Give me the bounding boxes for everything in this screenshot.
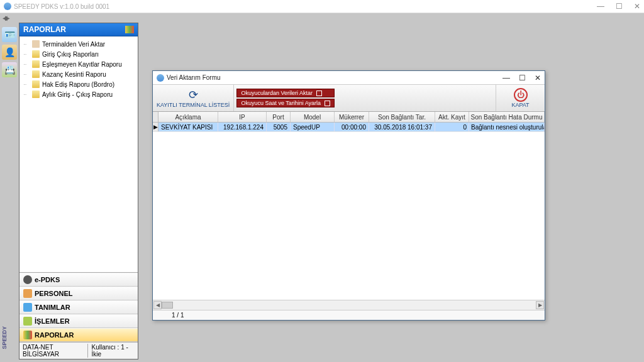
cat-label: PERSONEL	[35, 290, 73, 297]
row-indicator-icon: ▶	[153, 123, 158, 131]
cat-epdks[interactable]: e-PDKS	[19, 273, 138, 287]
veri-aktarim-dialog: Veri Aktarım Formu — ☐ ✕ ⟳ KAYITLI TERMİ…	[152, 70, 545, 321]
maximize-button[interactable]: ☐	[616, 2, 623, 11]
vbar-icon-3[interactable]: 📇	[2, 62, 17, 77]
islemler-icon	[23, 317, 32, 326]
cell-son: 30.05.2018 16:01:37	[369, 123, 435, 131]
grid-empty-area	[153, 132, 545, 300]
cell-mukerrer: 00:00:00	[335, 123, 369, 131]
cell-port: 5005	[267, 123, 291, 131]
main-titlebar: SPEEDY PDKS v:1.0.0 build 0001 — ☐ ✕	[0, 0, 644, 13]
speedy-logo-text: SPEEDY	[1, 326, 8, 349]
sidebar-header-title: RAPORLAR	[23, 25, 66, 34]
red-actions: Okuyuculardan Verileri Aktar Okuyucu Saa…	[234, 85, 337, 111]
refresh-icon: ⟳	[189, 88, 198, 102]
vbar-icon-2[interactable]: 👤	[2, 45, 17, 60]
report-tree: Terminalden Veri Aktar Giriş Çıkış Rapor…	[19, 36, 138, 272]
terminal-list-button[interactable]: ⟳ KAYITLI TERMİNAL LİSTESİ	[153, 85, 234, 111]
cat-label: e-PDKS	[35, 276, 60, 283]
ayarla-saat-button[interactable]: Okuyucu Saat ve Tarihini Ayarla	[236, 99, 335, 107]
dialog-toolbar: ⟳ KAYITLI TERMİNAL LİSTESİ Okuyuculardan…	[153, 85, 545, 112]
report-icon	[32, 70, 40, 78]
dialog-minimize-button[interactable]: —	[502, 74, 510, 82]
tree-label: Kazanç Kesinti Raporu	[42, 71, 106, 78]
col-port[interactable]: Port	[267, 112, 291, 122]
dialog-maximize-button[interactable]: ☐	[519, 74, 526, 82]
tree-label: Giriş Çıkış Raporları	[42, 51, 99, 58]
cell-ip: 192.168.1.224	[218, 123, 267, 131]
personel-icon	[23, 289, 32, 298]
scroll-thumb[interactable]	[162, 302, 173, 309]
tree-item-kazanc[interactable]: Kazanç Kesinti Raporu	[21, 69, 136, 79]
cat-label: RAPORLAR	[35, 331, 74, 339]
cell-hata: Bağlantı nesnesi oluşturulamadı.	[469, 123, 545, 131]
aktar-verileri-button[interactable]: Okuyuculardan Verileri Aktar	[236, 89, 335, 97]
raporlar-icon	[23, 331, 32, 339]
vbar-icon-1[interactable]: 🪪	[2, 27, 17, 42]
tree-item-terminal-aktar[interactable]: Terminalden Veri Aktar	[21, 39, 136, 49]
cell-akt: 0	[435, 123, 469, 131]
tree-item-giris-cikis[interactable]: Giriş Çıkış Raporları	[21, 49, 136, 59]
epdks-icon	[23, 275, 32, 284]
dialog-window-controls: — ☐ ✕	[502, 74, 541, 82]
sidebar-panel: RAPORLAR Terminalden Veri Aktar Giriş Çı…	[19, 23, 138, 359]
scroll-right-icon[interactable]: ▶	[536, 301, 544, 309]
cat-tanimlar[interactable]: TANIMLAR	[19, 300, 138, 314]
report-icon	[32, 50, 40, 58]
cat-islemler[interactable]: İŞLEMLER	[19, 314, 138, 328]
tree-item-hakedis[interactable]: Hak Ediş Raporu (Bordro)	[21, 79, 136, 89]
col-akt-kayit[interactable]: Akt. Kayıt	[435, 112, 469, 122]
dialog-titlebar[interactable]: Veri Aktarım Formu — ☐ ✕	[153, 71, 545, 85]
horizontal-scrollbar[interactable]: ◀ ▶	[153, 300, 545, 310]
power-icon: ⏻	[514, 88, 528, 102]
tree-label: Aylık Giriş - Çıkış Raporu	[42, 91, 113, 98]
sidebar-categories: e-PDKS PERSONEL TANIMLAR İŞLEMLER RAPORL…	[19, 272, 138, 342]
col-mukerrer[interactable]: Mükerrer	[335, 112, 369, 122]
col-son-baglanti[interactable]: Son Bağlantı Tar.	[369, 112, 435, 122]
dialog-close-button[interactable]: ✕	[535, 74, 541, 82]
dialog-title: Veri Aktarım Formu	[167, 74, 221, 81]
vertical-icon-bar: ◀▶ 🪪 👤 📇	[0, 13, 19, 362]
kapat-button[interactable]: ⏻ KAPAT	[496, 85, 545, 111]
col-model[interactable]: Model	[291, 112, 335, 122]
reports-chart-icon	[125, 26, 134, 33]
tree-label: Terminalden Veri Aktar	[42, 41, 105, 48]
grid-row[interactable]: ▶ SEVKİYAT KAPISI 192.168.1.224 5005 Spe…	[153, 123, 545, 132]
dialog-logo-icon	[157, 74, 164, 82]
checkbox-icon[interactable]	[316, 90, 322, 96]
terminal-list-label: KAYITLI TERMİNAL LİSTESİ	[157, 102, 230, 108]
tree-item-eslesmeyen[interactable]: Eşleşmeyen Kayıtlar Raporu	[21, 59, 136, 69]
col-hata[interactable]: Son Bağlantı Hata Durmu	[469, 112, 545, 122]
minimize-button[interactable]: —	[597, 2, 604, 11]
tanimlar-icon	[23, 303, 32, 312]
red-label: Okuyuculardan Verileri Aktar	[241, 90, 313, 96]
close-button[interactable]: ✕	[634, 2, 640, 11]
main-window-controls: — ☐ ✕	[597, 2, 640, 11]
cat-label: TANIMLAR	[35, 304, 70, 311]
row-selector-head	[153, 112, 158, 122]
tree-label: Hak Ediş Raporu (Bordro)	[42, 81, 114, 88]
terminal-grid: Açıklama IP Port Model Mükerrer Son Bağl…	[153, 112, 545, 320]
col-aciklama[interactable]: Açıklama	[158, 112, 218, 122]
app-logo-icon	[4, 3, 11, 10]
scroll-left-icon[interactable]: ◀	[153, 301, 162, 309]
checkbox-icon[interactable]	[325, 101, 330, 106]
col-ip[interactable]: IP	[218, 112, 267, 122]
tree-label: Eşleşmeyen Kayıtlar Raporu	[42, 61, 122, 68]
nav-arrows-icon[interactable]: ◀▶	[3, 14, 8, 21]
folder-icon	[32, 40, 40, 48]
cat-raporlar[interactable]: RAPORLAR	[19, 328, 138, 342]
tree-item-aylik[interactable]: Aylık Giriş - Çıkış Raporu	[21, 89, 136, 99]
cat-personel[interactable]: PERSONEL	[19, 287, 138, 300]
grid-pager: 1 / 1	[153, 310, 545, 320]
report-icon	[32, 60, 40, 68]
grid-header: Açıklama IP Port Model Mükerrer Son Bağl…	[153, 112, 545, 123]
status-host: DATA-NET BİLGİSAYAR	[23, 344, 84, 358]
cat-label: İŞLEMLER	[35, 317, 70, 325]
red-label: Okuyucu Saat ve Tarihini Ayarla	[241, 100, 321, 106]
cell-model: SpeedUP	[291, 123, 335, 131]
cell-aciklama: SEVKİYAT KAPISI	[158, 123, 218, 131]
app-title: SPEEDY PDKS v:1.0.0 build 0001	[14, 3, 109, 10]
report-icon	[32, 80, 40, 88]
report-icon	[32, 90, 40, 98]
